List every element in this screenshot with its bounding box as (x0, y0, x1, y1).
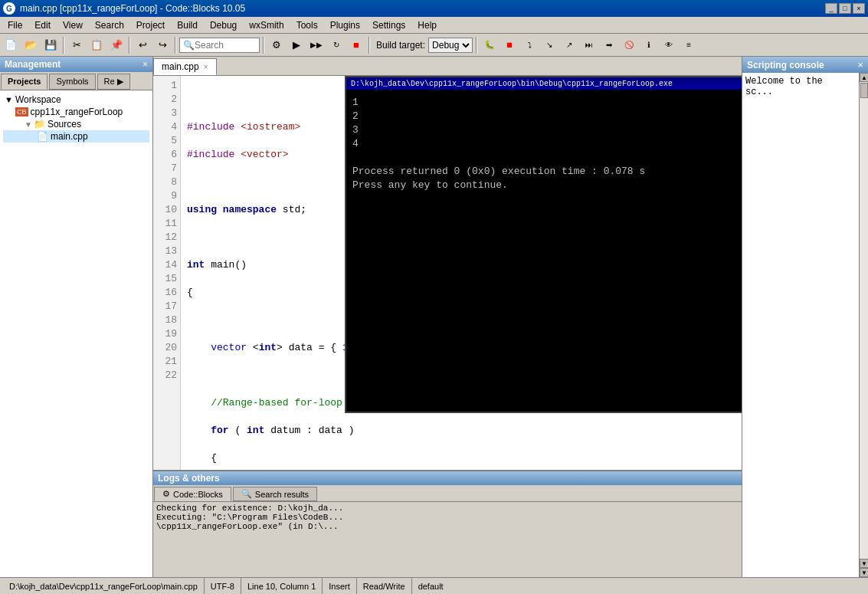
menu-wxsmith[interactable]: wxSmith (243, 17, 290, 33)
status-mode: Insert (323, 578, 357, 594)
toolbar-run[interactable]: ▶ (287, 36, 306, 54)
workspace-icon: ▼ (5, 95, 13, 104)
editor-content[interactable]: D:\kojh_data\Dev\cpp11x_rangeForLoop\bin… (153, 76, 742, 470)
status-access: Read/Write (357, 578, 412, 594)
tab-symbols[interactable]: Symbols (49, 74, 95, 90)
sources-label: Sources (47, 119, 81, 130)
management-close[interactable]: × (142, 59, 148, 70)
window-controls[interactable]: _ □ × (825, 3, 865, 14)
scripting-sb-thumb[interactable] (860, 83, 868, 98)
log-line-3: \cpp11x_rangeForLoop.exe" (in D:\... (156, 522, 739, 531)
menu-file[interactable]: File (2, 17, 28, 33)
scripting-sb-down-1[interactable]: ▼ (860, 559, 868, 568)
close-button[interactable]: × (853, 3, 865, 14)
menu-help[interactable]: Help (411, 17, 443, 33)
project-icon: CB (15, 107, 28, 117)
management-header: Management × (0, 57, 152, 72)
scripting-sb-down-2[interactable]: ▼ (860, 568, 868, 577)
search-box[interactable]: 🔍 (179, 38, 260, 53)
console-title: D:\kojh_data\Dev\cpp11x_rangeForLoop\bin… (351, 80, 673, 88)
console-line-blank (352, 151, 742, 165)
scripting-content[interactable]: Welcome to the sc... (742, 73, 859, 577)
toolbar-step-out[interactable]: ↗ (560, 36, 578, 54)
toolbar-sep2 (129, 37, 130, 54)
folder-icon: 📁 (34, 119, 45, 130)
toolbar-cut[interactable]: ✂ (67, 36, 86, 54)
toolbar-debug-stop[interactable]: ⏹ (500, 36, 519, 54)
menu-plugins[interactable]: Plugins (324, 17, 366, 33)
toolbar-debug-run-to[interactable]: ➡ (600, 36, 618, 54)
logs-tab-search[interactable]: 🔍 Search results (233, 487, 317, 501)
scripting-console-close[interactable]: × (857, 59, 863, 71)
menu-tools[interactable]: Tools (290, 17, 324, 33)
console-line-2: 2 (352, 110, 742, 123)
tab-resources[interactable]: Re ▶ (97, 74, 130, 90)
toolbar-stop[interactable]: ■ (347, 36, 365, 54)
position-text: Line 10, Column 1 (247, 582, 316, 591)
file-icon: 📄 (37, 131, 48, 142)
code-line-13: for ( int datum : data ) (187, 424, 735, 438)
menu-settings[interactable]: Settings (366, 17, 411, 33)
status-default: default (412, 578, 450, 594)
toolbar-rebuild[interactable]: ↻ (327, 36, 346, 54)
menu-edit[interactable]: Edit (28, 17, 57, 33)
toolbar-step-next[interactable]: ⤵ (520, 36, 539, 54)
toolbar-build-run[interactable]: ▶▶ (307, 36, 326, 54)
menu-debug[interactable]: Debug (204, 17, 243, 33)
toolbar-debug-start[interactable]: 🐛 (480, 36, 499, 54)
tree-sources-folder[interactable]: ▼ 📁 Sources (3, 118, 149, 130)
minimize-button[interactable]: _ (825, 3, 837, 14)
encoding-text: UTF-8 (211, 582, 234, 591)
tree-workspace[interactable]: ▼ Workspace (3, 94, 149, 106)
folder-expand-icon: ▼ (25, 120, 32, 129)
toolbar-watches[interactable]: 👁 (660, 36, 678, 54)
scripting-sb-up[interactable]: ▲ (860, 73, 868, 82)
editor-tab-main-cpp[interactable]: main.cpp × (153, 58, 217, 75)
scripting-console-panel: Scripting console × Welcome to the sc...… (742, 57, 868, 577)
menu-search[interactable]: Search (89, 17, 130, 33)
code-line-14: { (187, 451, 735, 465)
toolbar-open[interactable]: 📂 (21, 36, 40, 54)
toolbar-copy[interactable]: 📋 (87, 36, 106, 54)
logs-title: Logs & others (158, 473, 220, 484)
editor-tab-close[interactable]: × (204, 63, 208, 71)
maximize-button[interactable]: □ (839, 3, 851, 14)
tab-projects[interactable]: Projects (1, 74, 47, 90)
console-line-4: 4 (352, 137, 742, 151)
toolbar-more[interactable]: ≡ (680, 36, 698, 54)
toolbar-sep6 (476, 37, 477, 54)
toolbar-debug-next2[interactable]: ⏭ (580, 36, 598, 54)
toolbar-sep5 (368, 37, 370, 54)
toolbar-debug-stop2[interactable]: 🚫 (620, 36, 638, 54)
build-target-select[interactable]: Debug (428, 38, 473, 53)
toolbar-step-into[interactable]: ↘ (540, 36, 558, 54)
menu-project[interactable]: Project (130, 17, 171, 33)
menu-build[interactable]: Build (171, 17, 204, 33)
toolbar-paste[interactable]: 📌 (107, 36, 126, 54)
scripting-welcome: Welcome to the sc... (745, 76, 823, 97)
build-target-label: Build target: (376, 40, 425, 51)
menu-view[interactable]: View (57, 17, 89, 33)
tree-main-cpp[interactable]: 📄 main.cpp (3, 130, 149, 143)
tree-project[interactable]: CB cpp11x_rangeForLoop (3, 106, 149, 118)
toolbar-redo[interactable]: ↪ (153, 36, 172, 54)
toolbar-save[interactable]: 💾 (41, 36, 60, 54)
toolbar-debug-info[interactable]: ℹ (640, 36, 658, 54)
console-line-1: 1 (352, 96, 742, 110)
toolbar-build-compile[interactable]: ⚙ (267, 36, 286, 54)
filepath-text: D:\kojh_data\Dev\cpp11x_rangeForLoop\mai… (9, 582, 198, 591)
project-label: cpp11x_rangeForLoop (31, 107, 123, 117)
logs-tab-search-label: Search results (255, 490, 309, 499)
logs-tabs: ⚙ Code::Blocks 🔍 Search results (153, 485, 742, 502)
management-title: Management (5, 59, 61, 70)
logs-tab-codeblocks-icon: ⚙ (162, 489, 170, 499)
access-text: Read/Write (363, 582, 405, 591)
toolbar: 📄 📂 💾 ✂ 📋 📌 ↩ ↪ 🔍 ⚙ ▶ ▶▶ ↻ ■ Build targe… (0, 34, 868, 57)
toolbar-sep1 (63, 37, 64, 54)
logs-tab-codeblocks[interactable]: ⚙ Code::Blocks (154, 487, 231, 501)
log-line-1: Checking for existence: D:\kojh_da... (156, 504, 739, 513)
toolbar-undo[interactable]: ↩ (133, 36, 152, 54)
toolbar-sep4 (263, 37, 264, 54)
search-input[interactable] (195, 40, 256, 51)
toolbar-new[interactable]: 📄 (2, 36, 20, 54)
